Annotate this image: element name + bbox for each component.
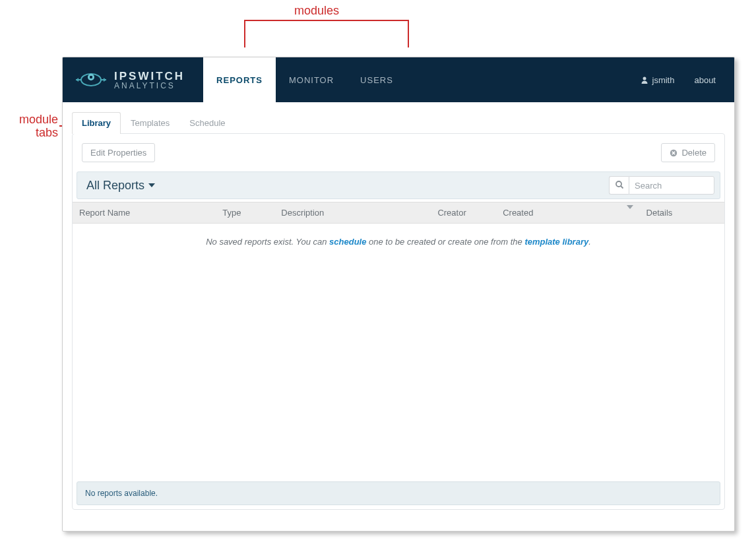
- col-creator[interactable]: Creator: [431, 202, 496, 224]
- caret-down-icon: [148, 183, 155, 187]
- empty-mid: one to be created or create one from the: [366, 237, 524, 247]
- col-created[interactable]: Created: [496, 202, 639, 224]
- module-tab-reports[interactable]: REPORTS: [203, 57, 276, 102]
- annotation-module-tabs-line1: module: [19, 113, 58, 126]
- svg-marker-6: [76, 78, 79, 82]
- col-type[interactable]: Type: [216, 202, 274, 224]
- modules-nav: REPORTS MONITOR USERS: [203, 57, 406, 102]
- brand: IPSWITCH ANALYTICS: [63, 57, 197, 102]
- edit-properties-button[interactable]: Edit Properties: [82, 143, 155, 162]
- annotation-modules: modules: [294, 4, 339, 18]
- svg-rect-2: [90, 76, 92, 78]
- col-description[interactable]: Description: [274, 202, 431, 224]
- delete-button[interactable]: Delete: [661, 143, 715, 162]
- empty-post: .: [588, 237, 591, 247]
- user-menu[interactable]: jsmith: [641, 75, 675, 85]
- delete-button-label: Delete: [681, 148, 707, 158]
- brand-sub: ANALYTICS: [114, 82, 185, 90]
- brand-text: IPSWITCH ANALYTICS: [114, 71, 185, 90]
- svg-point-11: [616, 181, 621, 187]
- annotation-module-tabs: module tabs: [5, 113, 58, 140]
- subtab-templates[interactable]: Templates: [121, 112, 179, 134]
- annotation-module-tabs-line2: tabs: [36, 126, 58, 139]
- search-button[interactable]: [609, 176, 629, 195]
- module-tab-users[interactable]: USERS: [347, 57, 406, 102]
- template-library-link[interactable]: template library: [524, 237, 588, 247]
- empty-message: No saved reports exist. You can schedule…: [73, 224, 724, 253]
- brand-name: IPSWITCH: [114, 71, 185, 82]
- search-input[interactable]: [629, 176, 714, 195]
- header: IPSWITCH ANALYTICS REPORTS MONITOR USERS…: [63, 57, 734, 102]
- content-panel: Edit Properties Delete All Reports: [72, 133, 725, 510]
- schedule-link[interactable]: schedule: [329, 237, 366, 247]
- svg-line-12: [621, 186, 623, 189]
- search: [609, 176, 714, 195]
- header-right: jsmith about: [641, 57, 735, 102]
- col-details[interactable]: Details: [640, 202, 699, 224]
- username: jsmith: [652, 75, 675, 85]
- footer-note: No reports available.: [77, 481, 720, 505]
- search-icon: [615, 180, 624, 191]
- subtab-library[interactable]: Library: [72, 112, 121, 134]
- about-link[interactable]: about: [694, 75, 716, 85]
- annotation-bracket: [244, 20, 409, 33]
- toolbar: Edit Properties Delete: [73, 134, 724, 171]
- user-icon: [641, 76, 648, 84]
- filter-bar: All Reports: [77, 171, 720, 199]
- empty-space: [73, 253, 724, 477]
- app-window: IPSWITCH ANALYTICS REPORTS MONITOR USERS…: [62, 57, 735, 532]
- filter-dropdown[interactable]: All Reports: [82, 177, 158, 194]
- delete-icon: [670, 149, 677, 157]
- empty-pre: No saved reports exist. You can: [206, 237, 329, 247]
- svg-marker-5: [104, 78, 106, 82]
- col-spacer: [698, 202, 724, 224]
- subtab-schedule[interactable]: Schedule: [179, 112, 235, 134]
- reports-table: Report Name Type Description Creator Cre…: [73, 202, 724, 224]
- module-subtabs: Library Templates Schedule: [63, 102, 734, 133]
- svg-point-7: [643, 77, 646, 80]
- brand-logo-icon: [75, 70, 108, 90]
- filter-title: All Reports: [86, 179, 144, 193]
- col-report-name[interactable]: Report Name: [73, 202, 216, 224]
- module-tab-monitor[interactable]: MONITOR: [276, 57, 347, 102]
